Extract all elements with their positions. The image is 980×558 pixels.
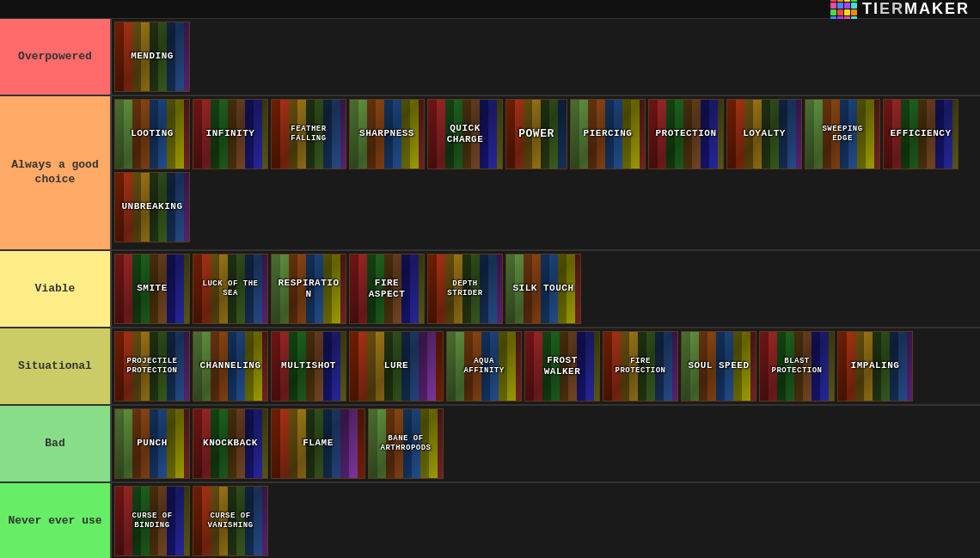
enchant-card-soul-speed[interactable]: SOUL SPEED [681,331,756,402]
enchant-card-depth-strider[interactable]: DEPTH STRIDER [427,254,503,324]
logo-text: TiERMAKER [862,0,970,18]
enchant-name: PROTECTION [652,126,720,141]
enchant-card-lure[interactable]: LURE [349,331,444,402]
enchant-name: FEATHER FALLING [273,123,344,145]
enchant-name: INFINITY [203,126,259,141]
enchant-card-blast-protection[interactable]: BLAST PROTECTION [759,331,835,402]
enchant-name: BLAST PROTECTION [762,355,832,377]
enchant-card-sharpness[interactable]: SHARPNESS [349,99,425,169]
tier-row-situational: SituationalPROJECTILE PROTECTIONCHANNELI… [0,328,980,406]
tier-label-overpowered: Overpowered [0,19,110,95]
enchant-name: AQUA AFFINITY [449,355,519,377]
tier-row-viable: ViableSMITELUCK OF THE SEARESPIRATIONFIR… [0,251,980,328]
enchant-card-fire-aspect[interactable]: FIRE ASPECT [349,254,425,324]
tier-content-viable: SMITELUCK OF THE SEARESPIRATIONFIRE ASPE… [110,251,980,327]
enchant-card-feather-falling[interactable]: FEATHER FALLING [271,99,346,169]
enchant-name: LOOTING [127,126,177,141]
enchant-card-infinity[interactable]: INFINITY [193,99,268,169]
enchant-card-impaling[interactable]: IMPALING [837,331,913,402]
enchant-name: SMITE [133,281,171,296]
tier-row-always: Always a good choiceLOOTINGINFINITYFEATH… [0,96,980,251]
enchant-card-frost-walker[interactable]: FROST WALKER [524,331,600,402]
enchant-name: PIERCING [580,126,636,141]
enchant-name: FIRE PROTECTION [605,355,676,377]
enchant-name: EFFICIENCY [886,126,954,141]
tier-content-never: CURSE OF BINDINGCURSE OF VANISHING [110,483,980,558]
enchant-name: FIRE ASPECT [352,276,422,302]
enchant-card-unbreaking[interactable]: UNBREAKING [114,172,190,242]
enchant-name: LOYALTY [739,126,789,141]
enchant-name: QUICK CHARGE [430,121,500,147]
tier-label-situational: Situational [0,328,110,404]
tier-content-bad: PUNCHKNOCKBACKFLAMEBANE OF ARTHROPODS [110,406,980,481]
enchant-name: FROST WALKER [527,353,597,379]
tier-row-overpowered: OverpoweredMENDING [0,19,980,96]
enchant-name: FLAME [299,436,337,451]
header: TiERMAKER [0,0,980,19]
enchant-name: LUCK OF THE SEA [195,278,266,300]
tier-label-bad: Bad [0,406,110,481]
enchant-name: SHARPNESS [356,126,418,141]
enchant-card-respiration[interactable]: RESPIRATION [271,254,346,324]
enchant-name: SILK TOUCH [509,281,577,296]
enchant-card-luck-of-the-sea[interactable]: LUCK OF THE SEA [193,254,268,324]
enchant-name: MENDING [127,49,177,64]
tier-label-always: Always a good choice [0,96,110,249]
enchant-name: UNBREAKING [118,199,186,214]
tier-content-overpowered: MENDING [110,19,980,95]
enchant-card-silk-touch[interactable]: SILK TOUCH [505,254,581,324]
enchant-name: RESPIRATION [273,276,344,302]
enchant-card-flame[interactable]: FLAME [271,408,365,479]
enchant-card-multishot[interactable]: MULTISHOT [271,331,346,402]
enchant-name: CURSE OF BINDING [117,510,187,532]
enchant-card-piercing[interactable]: PIERCING [570,99,646,169]
enchant-name: KNOCKBACK [199,436,261,451]
tier-label-never: Never ever use [0,483,110,558]
enchant-name: DEPTH STRIDER [430,278,500,300]
enchant-name: LURE [381,359,412,373]
enchant-name: CURSE OF VANISHING [195,510,266,532]
enchant-card-knockback[interactable]: KNOCKBACK [193,408,268,479]
enchant-card-channeling[interactable]: CHANNELING [193,331,268,402]
enchant-card-bane-of-arthropods[interactable]: BANE OF ARTHROPODS [368,408,444,479]
enchant-card-sweeping-edge[interactable]: SWEEPING EDGE [805,99,880,169]
enchant-card-punch[interactable]: PUNCH [114,408,190,479]
enchant-card-loyalty[interactable]: LOYALTY [726,99,802,169]
enchant-card-smite[interactable]: SMITE [114,254,190,324]
enchant-card-curse-of-binding[interactable]: CURSE OF BINDING [114,486,190,556]
enchant-card-projectile-protection[interactable]: PROJECTILE PROTECTION [114,331,190,402]
enchant-card-quick-charge[interactable]: QUICK CHARGE [427,99,503,169]
tier-content-always: LOOTINGINFINITYFEATHER FALLINGSHARPNESSQ… [110,96,980,249]
enchant-name: CHANNELING [196,359,264,373]
tier-label-viable: Viable [0,251,110,327]
tiers-container: OverpoweredMENDINGAlways a good choiceLO… [0,19,980,558]
enchant-card-mending[interactable]: MENDING [114,21,190,92]
enchant-name: SWEEPING EDGE [807,123,878,145]
enchant-name: IMPALING [848,359,903,373]
enchant-name: PUNCH [133,436,171,451]
enchant-card-aqua-affinity[interactable]: AQUA AFFINITY [446,331,522,402]
enchant-name: BANE OF ARTHROPODS [371,432,441,455]
tier-list: TiERMAKER OverpoweredMENDINGAlways a goo… [0,0,980,558]
tier-row-never: Never ever useCURSE OF BINDINGCURSE OF V… [0,483,980,558]
enchant-card-curse-of-vanishing[interactable]: CURSE OF VANISHING [193,486,268,556]
enchant-name: SOUL SPEED [684,359,752,373]
enchant-card-looting[interactable]: LOOTING [114,99,190,169]
enchant-name: MULTISHOT [278,359,340,373]
enchant-card-efficiency[interactable]: EFFICIENCY [883,99,959,169]
enchant-name: POWER [515,126,558,143]
enchant-card-fire-protection[interactable]: FIRE PROTECTION [603,331,678,402]
enchant-card-power[interactable]: POWER [505,99,567,169]
tier-content-situational: PROJECTILE PROTECTIONCHANNELINGMULTISHOT… [110,328,980,404]
enchant-name: PROJECTILE PROTECTION [117,355,187,377]
enchant-card-protection[interactable]: PROTECTION [648,99,724,169]
tier-row-bad: BadPUNCHKNOCKBACKFLAMEBANE OF ARTHROPODS [0,406,980,483]
